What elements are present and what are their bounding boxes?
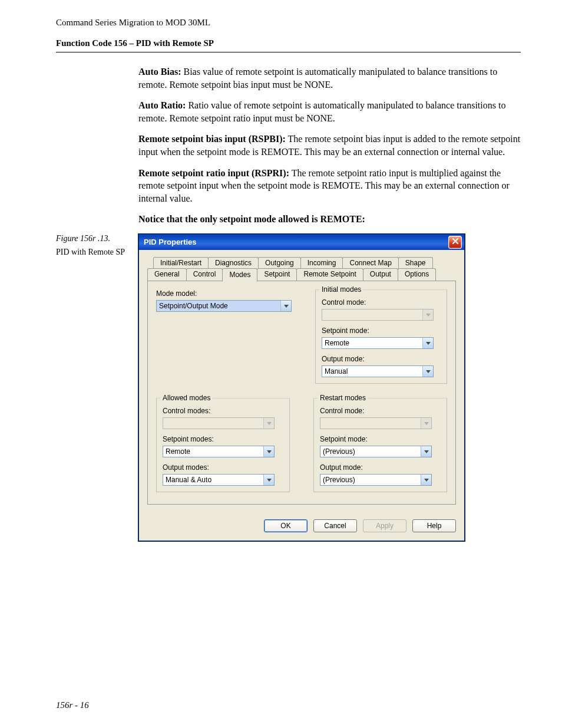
para-rspri: Remote setpoint ratio input (RSPRI): The… — [138, 167, 521, 205]
tab-diagnostics[interactable]: Diagnostics — [208, 257, 259, 269]
para-auto-bias: Auto Bias: Bias value of remote setpoint… — [138, 65, 521, 91]
para-notice: Notice that the only setpoint mode allow… — [138, 213, 521, 226]
restart-output-label: Output mode: — [320, 463, 441, 472]
restart-control-dropdown — [320, 417, 432, 429]
initial-output-dropdown[interactable]: Manual — [322, 365, 434, 377]
header-rule — [56, 52, 521, 52]
dialog-title: PID Properties — [144, 238, 448, 246]
restart-control-label: Control mode: — [320, 407, 441, 415]
dialog-body: Initial/Restart Diagnostics Outgoing Inc… — [139, 250, 464, 513]
chevron-down-icon — [267, 419, 272, 427]
tab-output[interactable]: Output — [363, 268, 398, 281]
chevron-down-icon — [267, 447, 272, 456]
para-notice-text: Notice that the only setpoint mode allow… — [138, 214, 365, 224]
allowed-output-value: Manual & Auto — [163, 475, 263, 485]
initial-setpoint-dropdown-button[interactable] — [422, 338, 433, 348]
figure-label: Figure 156r .13. — [56, 234, 138, 243]
tab-incoming[interactable]: Incoming — [300, 257, 343, 269]
para-rspbi-term: Remote setpoint bias input (RSPBI): — [138, 134, 286, 144]
mode-model-dropdown-button[interactable] — [280, 301, 291, 311]
body-row-figure: Figure 156r .13. PID with Remote SP PID … — [56, 234, 521, 541]
restart-output-value: (Previous) — [320, 475, 421, 485]
mode-model-label: Mode model: — [156, 289, 292, 298]
chevron-down-icon — [267, 476, 272, 484]
tab-row-back: Initial/Restart Diagnostics Outgoing Inc… — [153, 257, 456, 269]
initial-modes-legend: Initial modes — [319, 285, 363, 294]
close-button[interactable] — [448, 236, 462, 249]
tab-general[interactable]: General — [147, 268, 187, 281]
para-auto-ratio-term: Auto Ratio: — [138, 100, 186, 110]
tab-strip: Initial/Restart Diagnostics Outgoing Inc… — [147, 257, 456, 505]
chevron-down-icon — [424, 476, 429, 484]
allowed-modes-group: Allowed modes Control modes: Setpoint mo… — [156, 398, 290, 492]
para-auto-bias-text: Bias value of remote setpoint is automat… — [138, 67, 497, 90]
allowed-control-dropdown — [163, 417, 275, 429]
initial-control-dropdown — [322, 309, 434, 321]
restart-output-dropdown[interactable]: (Previous) — [320, 474, 432, 486]
close-icon — [452, 238, 459, 246]
restart-setpoint-label: Setpoint mode: — [320, 435, 441, 443]
mode-model-value: Setpoint/Output Mode — [157, 301, 280, 311]
page: Command Series Migration to MOD 30ML Fun… — [0, 0, 562, 728]
allowed-control-label: Control modes: — [163, 407, 283, 415]
tab-initial-restart[interactable]: Initial/Restart — [153, 257, 209, 269]
figure-caption: PID with Remote SP — [56, 247, 138, 258]
restart-control-value — [320, 418, 421, 429]
page-number: 156r - 16 — [56, 700, 521, 710]
allowed-control-value — [163, 418, 263, 429]
pid-properties-dialog: PID Properties Initial/Restart Diagnosti… — [138, 234, 465, 541]
restart-setpoint-value: (Previous) — [320, 446, 421, 457]
initial-modes-group: Initial modes Control mode: Setpoint mod… — [315, 289, 447, 384]
tab-connect-map[interactable]: Connect Map — [342, 257, 398, 269]
dialog-titlebar[interactable]: PID Properties — [139, 235, 464, 250]
tab-panel-modes: Mode model: Setpoint/Output Mode — [147, 281, 456, 505]
para-auto-bias-term: Auto Bias: — [138, 67, 181, 77]
allowed-output-label: Output modes: — [163, 463, 283, 472]
restart-output-dropdown-button[interactable] — [421, 475, 431, 485]
running-head: Command Series Migration to MOD 30ML — [56, 18, 521, 28]
tab-options[interactable]: Options — [398, 268, 436, 281]
restart-setpoint-dropdown-button[interactable] — [421, 446, 431, 457]
initial-output-label: Output mode: — [322, 355, 441, 363]
tab-outgoing[interactable]: Outgoing — [258, 257, 301, 269]
para-rspri-term: Remote setpoint ratio input (RSPRI): — [138, 168, 289, 178]
section-title: Function Code 156 – PID with Remote SP — [56, 38, 521, 48]
restart-setpoint-dropdown[interactable]: (Previous) — [320, 446, 432, 457]
initial-setpoint-dropdown[interactable]: Remote — [322, 337, 434, 349]
initial-control-value — [322, 309, 422, 320]
allowed-output-dropdown[interactable]: Manual & Auto — [163, 474, 275, 486]
chevron-down-icon — [284, 302, 289, 310]
allowed-setpoint-value: Remote — [163, 446, 263, 457]
restart-modes-group: Restart modes Control mode: Setpoint mod… — [313, 398, 447, 492]
para-rspbi: Remote setpoint bias input (RSPBI): The … — [138, 133, 521, 158]
allowed-modes-legend: Allowed modes — [160, 394, 213, 402]
ok-button[interactable]: OK — [264, 519, 308, 532]
tab-remote-setpoint[interactable]: Remote Setpoint — [296, 268, 363, 281]
allowed-setpoint-label: Setpoint modes: — [163, 435, 283, 443]
initial-setpoint-value: Remote — [322, 338, 422, 348]
initial-setpoint-label: Setpoint mode: — [322, 327, 441, 335]
tab-shape[interactable]: Shape — [398, 257, 433, 269]
chevron-down-icon — [424, 419, 429, 427]
chevron-down-icon — [426, 311, 431, 319]
allowed-setpoint-dropdown-button[interactable] — [263, 446, 274, 457]
body-row-text: Auto Bias: Bias value of remote setpoint… — [56, 65, 521, 234]
initial-output-value: Manual — [322, 366, 422, 377]
restart-modes-legend: Restart modes — [318, 394, 368, 402]
tab-row-front: General Control Modes Setpoint Remote Se… — [147, 268, 456, 281]
allowed-setpoint-dropdown[interactable]: Remote — [163, 446, 275, 457]
tab-modes[interactable]: Modes — [222, 268, 257, 282]
allowed-output-dropdown-button[interactable] — [263, 475, 274, 485]
mode-model-dropdown[interactable]: Setpoint/Output Mode — [156, 300, 292, 312]
help-button[interactable]: Help — [412, 519, 456, 532]
cancel-button[interactable]: Cancel — [313, 519, 357, 532]
tab-control[interactable]: Control — [186, 268, 223, 281]
tab-setpoint[interactable]: Setpoint — [257, 268, 297, 281]
chevron-down-icon — [426, 367, 431, 375]
chevron-down-icon — [424, 447, 429, 456]
para-auto-ratio-text: Ratio value of remote setpoint is automa… — [138, 100, 505, 123]
dialog-button-row: OK Cancel Apply Help — [139, 513, 464, 541]
initial-control-label: Control mode: — [322, 298, 441, 307]
chevron-down-icon — [426, 339, 431, 347]
initial-output-dropdown-button[interactable] — [422, 366, 433, 377]
